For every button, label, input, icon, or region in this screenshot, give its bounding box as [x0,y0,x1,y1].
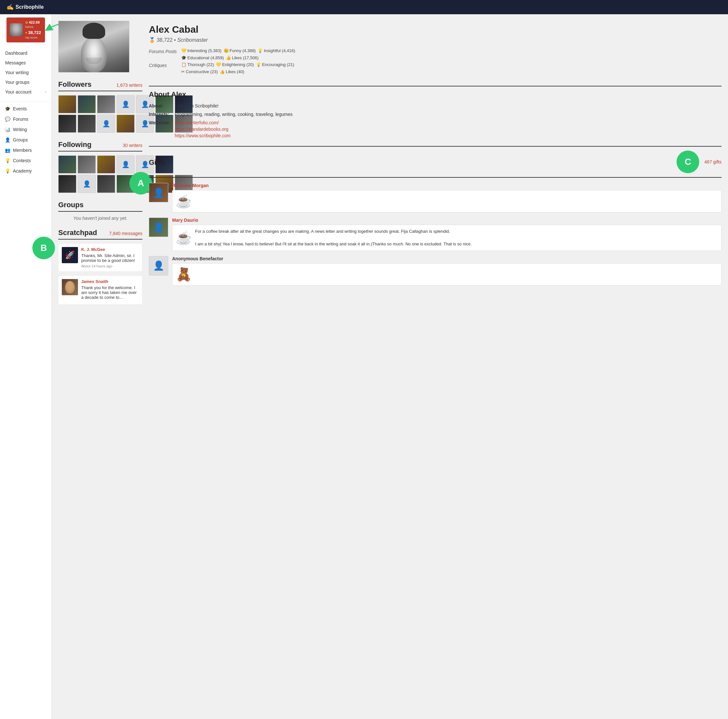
follower-avatar[interactable]: 👤 [116,95,135,113]
brand-name: Scribophile [15,4,44,10]
interests-value: Programming, reading, writing, cooking, … [175,112,292,117]
sidebar-item-your-groups[interactable]: Your groups [0,77,52,87]
following-avatar[interactable] [78,155,96,173]
websites-label: Websites: [149,120,175,140]
scratchpad-title: Scratchpad [58,228,97,237]
groups-empty: You haven't joined any yet. [58,216,142,221]
follower-avatar[interactable] [58,115,76,133]
scratchpad-user[interactable]: K. J. McGee [81,247,139,252]
left-column: Followers 1,673 writers 👤 👤 [58,21,142,308]
critiques-row-2: ✂ Constructive (23) 👍 Likes (40) [149,69,722,74]
follower-avatar[interactable] [116,115,135,133]
following-avatars: 👤 👤 👤 [58,155,142,193]
following-avatar[interactable] [58,155,76,173]
followers-count: 1,673 writers [116,83,142,88]
gifts-count: 467 gifts [704,159,722,164]
gift-sender-avatar[interactable]: 👤 [149,256,168,276]
writing-icon: 📊 [5,127,10,132]
scratchpad-user[interactable]: James Snaith [81,279,139,284]
events-icon: 🎓 [5,106,10,111]
gift-item: 👤 Mary Daurio ☕ For a coffee break after… [149,218,722,251]
gifts-section: Gifts C 467 gifts 👤 [149,146,722,285]
sidebar-item-events[interactable]: 🎓 Events [0,104,52,114]
followers-section: Followers 1,673 writers 👤 👤 [58,80,142,133]
rep-label: rep score [25,35,41,40]
follower-avatar[interactable] [78,115,96,133]
academy-icon: 💡 [5,168,10,173]
sidebar-item-label: Groups [13,137,28,143]
critiques-row: Critiques 📋 Thorough (22) 💛 Enlightening… [149,62,722,68]
avatar [10,23,23,36]
badge: 💡 Encouraging (21) [256,62,294,67]
sidebar-item-label: Forums [13,117,28,122]
sidebar-item-contests[interactable]: 💡 Contests [0,155,52,166]
gift-sender-name[interactable]: Rasmine Morgan [172,183,722,188]
badge: 😊 Funny (4,388) [223,48,256,53]
critiques-label: Critiques [149,62,181,68]
groups-title: Groups [58,201,84,209]
sidebar-item-label: Contests [13,158,31,163]
rep-coin-icon: 🏅 [149,37,155,43]
gift-box: ☕ [172,190,722,212]
sidebar-sections: 🎓 Events 💬 Forums 📊 Writing 👤 Groups 👥 M… [0,104,52,176]
following-count: 30 writers [122,143,142,148]
followers-title: Followers [58,80,92,89]
rep-value: 38,722 [28,30,41,35]
gift-sender-avatar[interactable]: 👤 [149,218,168,237]
following-section: Following 30 writers 👤 👤 [58,141,142,193]
follower-avatar[interactable] [97,95,115,113]
forum-badges-2: 🎓 Educational (4,859) 👍 Likes (17,506) [181,55,258,60]
sidebar-nav: Dashboard Messages Your writing Your gro… [0,46,52,100]
brand[interactable]: ✍ Scribophile [6,3,44,11]
gift-sender-avatar[interactable]: 👤 [149,183,168,202]
groups-section: Groups You haven't joined any yet. [58,201,142,221]
badge: 💛 Enlightening (20) [216,62,254,67]
badge: ✂ Constructive (23) [181,69,218,74]
scratchpad-avatar [62,279,78,295]
members-icon: 👥 [5,148,10,153]
following-avatar[interactable] [58,175,76,193]
gift-box: 🧸 [172,263,722,285]
scratchpad-section: B Scratchpad 7,840 messages 🚀 K. J. McGe… [58,228,142,305]
about-row-interests: Interests: Programming, reading, writing… [149,112,722,117]
sidebar-item-your-writing[interactable]: Your writing [0,67,52,77]
follower-avatar[interactable] [58,95,76,113]
scratchpad-message: 🚀 K. J. McGee Thanks, Mr. Site Admin, si… [58,244,142,271]
sidebar-item-label: Events [13,106,27,111]
sidebar-item-writing[interactable]: 📊 Writing [0,124,52,135]
forum-posts-row-2: 🎓 Educational (4,859) 👍 Likes (17,506) [149,55,722,60]
gift-emoji: ☕ [176,193,192,209]
following-avatar[interactable]: 👤 [78,175,96,193]
sidebar-item-label: Members [13,148,32,153]
sidebar-item-members[interactable]: 👥 Members [0,145,52,155]
sidebar-item-forums[interactable]: 💬 Forums [0,114,52,124]
sidebar-item-groups[interactable]: 👤 Groups [0,135,52,145]
gift-sender-name[interactable]: Mary Daurio [172,218,722,223]
gift-item: 👤 Rasmine Morgan ☕ [149,183,722,212]
follower-avatar[interactable]: 👤 [97,115,115,133]
sidebar-item-your-account[interactable]: Your account › [0,87,52,97]
following-avatar[interactable]: 👤 [116,155,135,173]
scratchpad-message: James Snaith Thank you for the welcome. … [58,276,142,305]
sidebar-item-messages[interactable]: Messages [0,58,52,67]
website-link[interactable]: https://writerfolio.com/ [175,120,231,125]
following-title: Following [58,141,92,149]
sidebar-item-label: Your writing [5,70,29,75]
scratchpad-time: About 14 hours ago [81,264,139,268]
profile-title: Scribomaster [177,37,208,43]
sidebar-item-label: Dashboard [5,51,28,56]
sidebar-item-label: Your groups [5,80,29,85]
scratchpad-count: 7,840 messages [109,231,142,236]
rep-icon: ● [25,31,27,35]
interests-label: Interests: [149,112,175,117]
website-link[interactable]: https://www.scribophile.com [175,133,231,138]
follower-avatar[interactable] [78,95,96,113]
following-avatar[interactable] [97,175,115,193]
sidebar-item-dashboard[interactable]: Dashboard [0,48,52,58]
following-avatar[interactable] [97,155,115,173]
about-title: About Alex [149,90,722,99]
about-row-websites: Websites: https://writerfolio.com/ https… [149,120,722,140]
website-link[interactable]: https://standardebooks.org [175,127,231,132]
user-card[interactable]: ✿ 422.69 karma ● 38,722 rep score [6,17,45,42]
sidebar-item-academy[interactable]: 💡 Academy [0,166,52,176]
